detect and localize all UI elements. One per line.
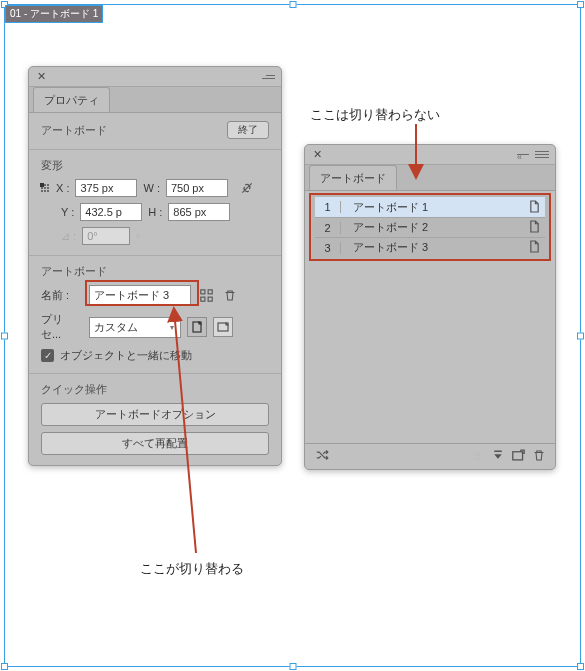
page-icon[interactable] [523, 200, 545, 215]
resize-handle[interactable] [1, 663, 8, 670]
artboard-list-row[interactable]: 2アートボード 2 [315, 217, 545, 237]
x-input[interactable]: 375 px [75, 179, 137, 197]
resize-handle[interactable] [289, 663, 296, 670]
trash-icon[interactable] [221, 287, 239, 305]
tab-properties[interactable]: プロパティ [33, 87, 110, 112]
rearrange-all-button[interactable]: すべて再配置 [41, 432, 269, 455]
tab-artboards[interactable]: アートボード [309, 165, 397, 190]
canvas-tag: 01 - アートボード 1 [5, 5, 103, 23]
shuffle-icon[interactable] [315, 448, 329, 465]
move-with-objects-checkbox[interactable]: ✓ オブジェクトと一緒に移動 [41, 348, 192, 363]
row-number: 1 [315, 201, 341, 213]
artboard-list-row[interactable]: 3アートボード 3 [315, 237, 545, 257]
section-title: アートボード [41, 264, 107, 279]
orientation-landscape-button[interactable] [213, 317, 233, 337]
panel-menu-icon[interactable] [535, 151, 549, 158]
y-input[interactable]: 432.5 p [80, 203, 142, 221]
artboard-name-input[interactable]: アートボード 3 [89, 285, 191, 306]
preset-label: プリセ... [41, 312, 83, 342]
preset-dropdown[interactable]: カスタム ▾ [89, 317, 181, 338]
new-artboard-icon[interactable] [512, 449, 525, 465]
svg-rect-3 [208, 297, 212, 301]
row-number: 3 [315, 242, 341, 254]
annotation-bottom: ここが切り替わる [140, 560, 244, 578]
y-label: Y : [61, 206, 74, 218]
preset-value: カスタム [94, 320, 138, 335]
reference-point-grid[interactable] [41, 184, 50, 193]
properties-panel: ✕ プロパティ アートボード 終了 変形 X : 375 px W : 750 … [28, 66, 282, 466]
w-input[interactable]: 750 px [166, 179, 228, 197]
artboard-list-highlight: 1アートボード 12アートボード 23アートボード 3 [309, 193, 551, 261]
panel-collapse-icon[interactable]: « [515, 154, 529, 155]
resize-handle[interactable] [289, 1, 296, 8]
row-name: アートボード 1 [341, 200, 523, 215]
link-icon[interactable] [238, 179, 256, 197]
artboard-list-row[interactable]: 1アートボード 1 [315, 197, 545, 217]
svg-rect-0 [200, 290, 204, 294]
angle-input: 0° [82, 227, 130, 245]
close-icon[interactable]: ✕ [37, 70, 46, 83]
chevron-down-icon: ▾ [136, 231, 141, 241]
svg-rect-6 [513, 451, 523, 459]
svg-rect-2 [200, 297, 204, 301]
resize-handle[interactable] [577, 1, 584, 8]
row-name: アートボード 3 [341, 240, 523, 255]
angle-label: ⊿ : [61, 230, 76, 243]
w-label: W : [143, 182, 160, 194]
page-icon[interactable] [523, 220, 545, 235]
close-icon[interactable]: ✕ [313, 148, 322, 161]
move-up-icon[interactable] [472, 449, 484, 465]
done-button[interactable]: 終了 [227, 121, 269, 139]
orientation-portrait-button[interactable] [187, 317, 207, 337]
h-label: H : [148, 206, 162, 218]
page-icon[interactable] [523, 240, 545, 255]
annotation-top: ここは切り替わらない [310, 106, 440, 124]
checkbox-checked-icon: ✓ [41, 349, 54, 362]
artboard-options-button[interactable]: アートボードオプション [41, 403, 269, 426]
svg-rect-1 [208, 290, 212, 294]
resize-handle[interactable] [577, 332, 584, 339]
section-title: 変形 [41, 158, 63, 173]
panel-footer [305, 443, 555, 469]
chevron-down-icon: ▾ [170, 323, 174, 332]
resize-handle[interactable] [577, 663, 584, 670]
row-name: アートボード 2 [341, 220, 523, 235]
section-title: アートボード [41, 123, 107, 138]
grid-icon[interactable] [197, 287, 215, 305]
x-label: X : [56, 182, 69, 194]
move-down-icon[interactable] [492, 449, 504, 465]
artboards-panel: ✕ « アートボード 1アートボード 12アートボード 23アートボード 3 [304, 144, 556, 470]
row-number: 2 [315, 222, 341, 234]
resize-handle[interactable] [1, 332, 8, 339]
move-with-objects-label: オブジェクトと一緒に移動 [60, 348, 192, 363]
trash-icon[interactable] [533, 449, 545, 465]
name-label: 名前 : [41, 288, 83, 303]
section-title: クイック操作 [41, 382, 107, 397]
panel-collapse-icon[interactable] [261, 75, 275, 79]
h-input[interactable]: 865 px [168, 203, 230, 221]
